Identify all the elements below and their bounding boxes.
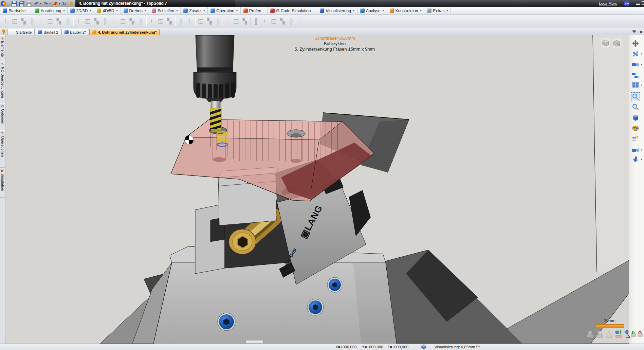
ribbon-tab[interactable]: Startseite ▾ — [0, 7, 32, 14]
nc-toolbar-item[interactable] — [74, 16, 83, 26]
nc-toolbar-item[interactable] — [250, 17, 251, 26]
ribbon-tab[interactable]: Konstruktion ▾ — [387, 7, 425, 14]
ribbon-tab[interactable]: 2D/3D ▾ — [68, 7, 94, 14]
save-all-icon[interactable] — [19, 1, 25, 7]
nc-toolbar-item[interactable] — [146, 17, 146, 26]
sidebar-tab[interactable]: ▶ Simulation — [0, 168, 5, 198]
sidebar-tab[interactable]: ✎ NC-Bearbeitungen — [0, 61, 5, 103]
collapse-panel-icon[interactable] — [632, 29, 637, 35]
nc-toolbar-item[interactable] — [232, 16, 240, 26]
ribbon-tab[interactable]: Drehen ▾ — [121, 7, 149, 14]
redo-dropdown-icon[interactable]: ▾ — [50, 2, 51, 5]
nc-toolbar-item[interactable] — [63, 16, 72, 26]
camera-pair-icon[interactable] — [631, 71, 640, 79]
nc-toolbar-item[interactable] — [205, 16, 214, 26]
chevron-down-icon[interactable]: ▾ — [353, 9, 354, 12]
document-tab[interactable]: 4. Bohrung mit Zylindersenkung* — [89, 29, 160, 35]
save-icon[interactable] — [11, 1, 17, 7]
ribbon-tab[interactable]: 4D/5D ▾ — [94, 7, 121, 14]
zoom-window-icon[interactable] — [631, 93, 640, 101]
target-part-icon[interactable] — [605, 329, 613, 339]
fixture-display-icon[interactable] — [612, 38, 622, 48]
refresh-icon[interactable]: ↻ — [61, 1, 67, 7]
viewport-3d[interactable]: ▣LANG Makro-Grip — [5, 35, 644, 344]
sidebar-tab[interactable]: ◈ Elemente — [0, 35, 5, 61]
ribbon-tab[interactable]: Extras ▾ — [424, 7, 451, 14]
chevron-down-icon[interactable]: ▾ — [236, 9, 238, 12]
app-logo-icon[interactable] — [1, 1, 7, 7]
stock-display-icon[interactable] — [601, 38, 610, 48]
undo-dropdown-icon[interactable]: ▾ — [40, 2, 41, 5]
nc-toolbar-item[interactable] — [185, 16, 194, 26]
nc-toolbar-item[interactable] — [73, 17, 73, 26]
collision-icon[interactable] — [637, 330, 643, 338]
nc-toolbar-item[interactable] — [296, 16, 305, 26]
redo-icon[interactable]: ↷ — [43, 1, 49, 7]
nc-toolbar-item[interactable] — [165, 16, 174, 26]
chevron-down-icon[interactable]: ▾ — [145, 9, 146, 12]
nc-toolbar-item[interactable] — [156, 16, 165, 26]
sidebar-tab[interactable]: ⚙ Optionen — [0, 103, 5, 130]
nc-toolbar-item[interactable] — [1, 16, 10, 26]
chevron-down-icon[interactable]: ▾ — [640, 53, 643, 55]
stock-solid-icon[interactable] — [595, 329, 604, 339]
close-icon[interactable]: ✕ — [639, 30, 643, 35]
viewport-layout-icon[interactable] — [631, 81, 640, 89]
zoom-icon[interactable] — [631, 103, 640, 111]
insert-dropdown-icon[interactable]: ▾ — [59, 2, 60, 5]
nc-toolbar-item[interactable] — [195, 17, 195, 26]
chevron-down-icon[interactable]: ▾ — [63, 9, 65, 12]
document-tab[interactable]: Startseite — [7, 29, 35, 35]
chevron-down-icon[interactable]: ▾ — [420, 9, 421, 12]
ribbon-tab[interactable]: Zusatz ▾ — [181, 7, 208, 14]
chevron-down-icon[interactable]: ▾ — [383, 9, 384, 12]
camera-view-icon[interactable] — [631, 146, 640, 154]
chevron-down-icon[interactable]: ▾ — [90, 9, 91, 12]
ribbon-tab[interactable]: Ausrüstung ▾ — [32, 7, 68, 14]
nc-toolbar-item[interactable] — [176, 16, 185, 26]
print-icon[interactable] — [26, 1, 32, 7]
nc-toolbar-item[interactable] — [214, 16, 223, 26]
nc-toolbar-item[interactable] — [223, 16, 232, 26]
chevron-down-icon[interactable]: ▾ — [203, 9, 205, 12]
minimize-button[interactable]: ▬ — [636, 1, 640, 5]
chevron-down-icon[interactable]: ▾ — [446, 9, 448, 12]
ribbon-tab[interactable]: Prüfen ▾ — [241, 7, 268, 14]
nc-toolbar-item[interactable] — [10, 16, 19, 26]
nc-toolbar-item[interactable] — [92, 16, 101, 26]
nc-toolbar-item[interactable] — [269, 16, 278, 26]
maximize-button[interactable] — [642, 1, 644, 5]
nc-toolbar-item[interactable] — [136, 16, 145, 26]
simulation-verify-icon[interactable] — [614, 329, 623, 339]
toolpath-icon[interactable] — [624, 329, 632, 339]
nc-toolbar-item[interactable] — [127, 16, 136, 26]
nc-toolbar-item[interactable] — [19, 16, 28, 26]
nc-toolbar-item[interactable] — [260, 16, 269, 26]
project-tree-icon[interactable] — [1, 29, 7, 35]
nc-toolbar-item[interactable] — [54, 16, 63, 26]
ribbon-tab[interactable]: Operation ▾ — [208, 7, 241, 14]
nc-toolbar-item[interactable] — [83, 16, 92, 26]
nc-toolbar-item[interactable] — [287, 16, 296, 26]
nc-toolbar-item[interactable] — [278, 16, 287, 26]
visualization-layers-icon[interactable] — [420, 344, 427, 350]
chevron-down-icon[interactable]: ▾ — [640, 84, 643, 87]
ribbon-tab[interactable]: Schleifen ▾ — [149, 7, 181, 14]
render-style-icon[interactable] — [631, 124, 640, 132]
workflow-flag-icon[interactable]: ⚑ — [69, 1, 75, 7]
ribbon-tab[interactable]: Visualisierung ▾ — [317, 7, 357, 14]
chevron-down-icon[interactable]: ▾ — [640, 149, 643, 151]
pan-icon[interactable] — [631, 39, 640, 48]
ribbon-tab[interactable]: Analyse ▾ — [357, 7, 387, 14]
stock-ghost-icon[interactable] — [586, 329, 594, 339]
user-avatar[interactable]: LM — [624, 1, 630, 6]
document-tab[interactable]: Bauteil 2* — [61, 29, 89, 35]
chevron-down-icon[interactable]: ▾ — [176, 9, 178, 12]
nc-toolbar-item[interactable] — [101, 16, 110, 26]
undo-icon[interactable]: ↶ — [33, 1, 39, 7]
nc-toolbar-item[interactable] — [118, 16, 127, 26]
insert-template-icon[interactable] — [52, 1, 58, 7]
ribbon-tab[interactable]: G-Code-Simulation ▾ — [268, 7, 317, 14]
nc-toolbar-item[interactable] — [37, 16, 45, 26]
orbit-icon[interactable] — [631, 50, 640, 58]
